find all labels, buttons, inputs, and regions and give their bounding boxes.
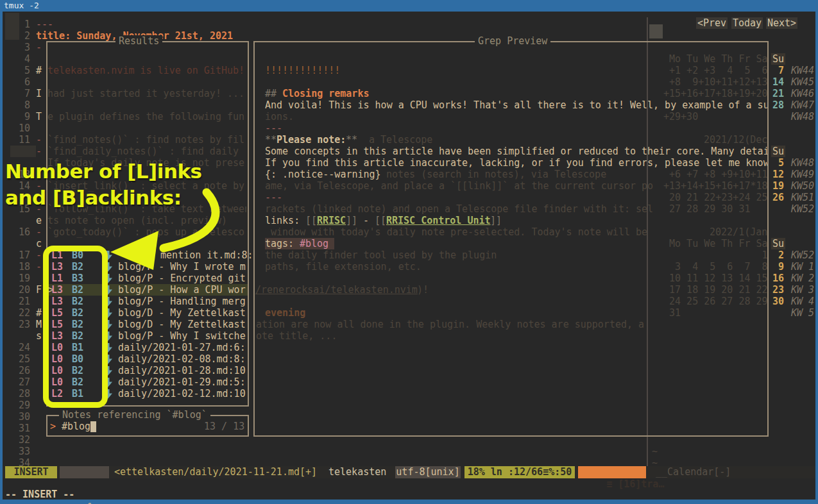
calendar-week-number: KW48 (791, 111, 814, 122)
calendar-sunday-date[interactable]: 21 (767, 88, 784, 99)
search-input[interactable]: #blog (62, 421, 90, 432)
text-run: # (36, 307, 42, 319)
line-number: 8 (11, 99, 30, 111)
calendar-sunday-date[interactable]: 7 (767, 65, 784, 76)
line-number: 33 (11, 446, 30, 457)
buffer-tab-segment[interactable]: ≡ [16]tra… (578, 466, 646, 478)
line-number: 6 (11, 76, 30, 88)
filename-segment[interactable]: <ettelkasten/daily/2021-11-21.md[+] (109, 466, 322, 478)
line-number: 27 (11, 376, 30, 388)
text-run: # (36, 65, 42, 76)
text-cursor (90, 421, 96, 432)
cursorline-gutter-highlight (10, 146, 36, 157)
calendar-sunday-date[interactable]: 14 (767, 76, 784, 88)
text-run: --- (36, 19, 53, 30)
calendar-week-number: KW45 (791, 76, 814, 88)
text-run: - (36, 134, 42, 146)
calendar-sunday-date[interactable]: 26 (767, 192, 784, 203)
calendar-week-number: KW52 (791, 249, 814, 261)
calendar-scrollbar-thumb[interactable] (649, 24, 663, 38)
calendar-prev-button[interactable]: <Prev (696, 17, 728, 29)
line-number: 18 (11, 261, 30, 273)
calendar-next-button[interactable]: Next> (766, 17, 797, 29)
calendar-week-number: KW47 (791, 99, 814, 111)
buffer-tab-label: [16]tra… (618, 478, 664, 490)
hamburger-icon: ≡ (606, 478, 612, 490)
position-segment: 18% ln :12/66≡%:50 (464, 466, 575, 478)
annotation-arrow (96, 180, 250, 276)
line-number: 10 (11, 122, 30, 134)
line-number: 22 (11, 307, 30, 319)
line-number: 31 (11, 423, 30, 434)
text-run: e (36, 215, 42, 226)
prompt-window-title: Notes referencing `#blog` (59, 409, 210, 421)
text-run: ~ (652, 446, 658, 457)
calendar-sunday-date[interactable]: 12 (767, 169, 784, 180)
calendar-week-number: KW46 (791, 88, 814, 99)
calendar-week-number: KW 1 (791, 261, 814, 273)
left-fold-column (5, 13, 19, 40)
calendar-sunday-date[interactable]: 30 (767, 296, 784, 307)
text-run: c (36, 238, 42, 249)
mode-indicator: INSERT (5, 466, 57, 478)
line-number: 20 (11, 284, 30, 296)
calendar-sunday-date[interactable]: 2 (767, 249, 784, 261)
line-number: 7 (11, 88, 30, 99)
calendar-week-number: KW51 (791, 192, 814, 203)
calendar-week-number: KW44 (791, 65, 814, 76)
calendar-today-button[interactable]: Today (731, 17, 763, 29)
cmdline-message: -- INSERT -- (5, 489, 74, 500)
calendar-week-number: KW 4 (791, 296, 814, 307)
calendar-week-number: KW52 (791, 203, 814, 215)
line-number: 4 (11, 53, 30, 65)
line-number: 30 (11, 411, 30, 423)
line-number: 29 (11, 399, 30, 411)
tmux-terminal-window: tmux -2 12345678910111213141516171819202… (0, 0, 818, 504)
line-number: 25 (11, 353, 30, 365)
prompt-caret: > (50, 421, 56, 432)
calendar-week-number: KW 3 (791, 284, 814, 296)
result-counter: 13 / 13 (204, 421, 244, 432)
text-run: s (36, 330, 42, 342)
calendar-week-number: KW 2 (791, 273, 814, 284)
text-run: M (36, 319, 42, 330)
text-run: I (36, 88, 42, 99)
calendar-week-number: KW 5 (791, 307, 814, 319)
encoding-segment: utf-8[unix] (395, 466, 461, 478)
text-run: F (36, 284, 42, 296)
calendar-buffer-segment[interactable]: __Calendar[-] (651, 466, 736, 478)
filetype-segment: telekasten (323, 466, 391, 478)
text-run: - (36, 249, 42, 261)
line-number: 32 (11, 434, 30, 446)
calendar-sunday-date[interactable]: 5 (767, 157, 784, 169)
results-window-title: Results (115, 35, 162, 47)
preview-window (253, 41, 769, 437)
text-run: - (36, 146, 42, 157)
git-branch-segment[interactable]: main! (60, 466, 109, 478)
text-run: - (36, 226, 42, 238)
text-run: T (36, 111, 42, 122)
calendar-sunday-date[interactable]: 28 (767, 99, 784, 111)
line-number: 24 (11, 342, 30, 353)
line-number: 11 (11, 134, 30, 146)
calendar-sunday-date[interactable]: 23 (767, 284, 784, 296)
calendar-week-number: KW50 (791, 180, 814, 192)
calendar-sunday-header: Su (771, 146, 785, 157)
line-number: 3 (11, 42, 30, 53)
line-number: 5 (11, 65, 30, 76)
line-number: 16 (11, 226, 30, 238)
calendar-sunday-date[interactable]: 16 (767, 273, 784, 284)
calendar-sunday-date[interactable]: 9 (767, 261, 784, 273)
text-run: - (36, 42, 42, 53)
line-number: 21 (11, 296, 30, 307)
line-number: 17 (11, 249, 30, 261)
line-number: 23 (11, 319, 30, 330)
line-number: 26 (11, 365, 30, 376)
preview-window-title: Grep Preview (475, 35, 550, 47)
calendar-week-number: KW48 (791, 157, 814, 169)
calendar-sunday-date[interactable]: 19 (767, 180, 784, 192)
line-number: 28 (11, 388, 30, 399)
git-branch-icon (88, 478, 123, 504)
text-run: - (36, 261, 42, 273)
calendar-sunday-header: Su (771, 53, 785, 65)
